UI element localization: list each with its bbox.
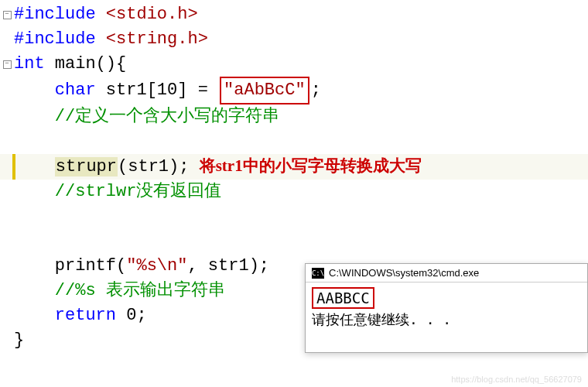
- comment: //%s 表示输出字符串: [55, 281, 225, 300]
- declaration: str1[10] =: [96, 80, 218, 100]
- code-line: − int main(){: [0, 52, 588, 77]
- function-call: strupr: [55, 157, 118, 176]
- change-marker: [12, 154, 15, 180]
- watermark: https://blog.csdn.net/qq_56627079: [451, 375, 582, 384]
- directive: #include: [14, 29, 96, 49]
- code-line: char str1[10] = "aAbBcC";: [0, 77, 588, 104]
- fold-icon[interactable]: −: [3, 60, 12, 69]
- empty-line: [0, 204, 588, 229]
- function-call: printf: [55, 256, 116, 276]
- highlighted-string: "aAbBcC": [220, 77, 309, 104]
- include-path: <string.h>: [96, 29, 208, 49]
- code-line: //定义一个含大小写的字符串: [0, 104, 588, 129]
- fold-icon[interactable]: −: [3, 11, 12, 19]
- comment: //定义一个含大小写的字符串: [55, 107, 279, 126]
- include-path: <stdio.h>: [96, 5, 198, 24]
- cmd-prompt: 请按任意键继续. . .: [312, 310, 581, 329]
- identifier: main: [45, 54, 96, 74]
- cmd-icon: C:\: [312, 268, 324, 279]
- cmd-title: C:\WINDOWS\system32\cmd.exe: [329, 267, 479, 279]
- keyword: int: [14, 54, 45, 74]
- code-line-active: strupr(str1); 将str1中的小写字母转换成大写: [0, 154, 588, 180]
- close-brace: }: [14, 330, 24, 350]
- code-line: #include <string.h>: [0, 27, 588, 52]
- annotation: 将str1中的小写字母转换成大写: [200, 156, 422, 175]
- keyword: return: [55, 306, 116, 325]
- cmd-titlebar[interactable]: C:\ C:\WINDOWS\system32\cmd.exe: [306, 264, 587, 283]
- code-line: − #include <stdio.h>: [0, 2, 588, 27]
- directive: #include: [14, 5, 96, 24]
- type: char: [55, 80, 96, 100]
- code-line: //strlwr没有返回值: [0, 180, 588, 204]
- format-string: "%s\n": [126, 256, 187, 276]
- cmd-output-highlighted: AABBCC: [312, 287, 374, 309]
- cmd-window: C:\ C:\WINDOWS\system32\cmd.exe AABBCC 请…: [305, 263, 588, 353]
- empty-line: [0, 129, 588, 154]
- comment: //strlwr没有返回值: [55, 182, 222, 201]
- cmd-body: AABBCC 请按任意键继续. . .: [306, 283, 587, 352]
- empty-line: [0, 229, 588, 254]
